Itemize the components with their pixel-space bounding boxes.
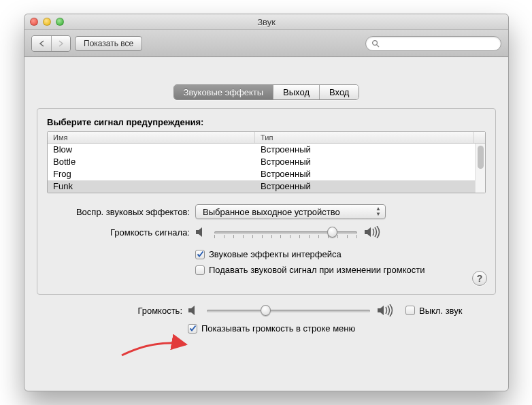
- svg-point-0: [373, 40, 378, 45]
- back-icon: [39, 40, 45, 47]
- checkbox-volume-feedback[interactable]: Подавать звуковой сигнал при изменении г…: [195, 265, 425, 275]
- search-input[interactable]: [382, 39, 495, 48]
- speaker-low-icon: [188, 305, 200, 316]
- search-field[interactable]: [365, 36, 501, 51]
- alert-volume-label: Громкость сигнала:: [47, 227, 195, 238]
- table-body: Blow Встроенный Bottle Встроенный Frog В…: [48, 144, 485, 193]
- column-name[interactable]: Имя: [48, 132, 255, 143]
- sound-effects-group: Выберите сигнал предупреждения: Имя Тип …: [37, 108, 496, 295]
- forward-button[interactable]: [51, 36, 70, 51]
- checkbox-label: Звуковые эффекты интерфейса: [209, 249, 342, 259]
- window-title: Звук: [24, 17, 508, 27]
- checkbox-box: [188, 324, 197, 334]
- cell-type: Встроенный: [255, 156, 474, 168]
- alert-volume-slider[interactable]: [214, 226, 357, 238]
- alert-heading: Выберите сигнал предупреждения:: [47, 117, 486, 127]
- checkbox-ui-sounds[interactable]: Звуковые эффекты интерфейса: [195, 249, 342, 259]
- output-volume-label: Громкость:: [39, 306, 188, 316]
- search-icon: [371, 39, 380, 48]
- play-through-popup[interactable]: Выбранное выходное устройство ▲▼: [195, 204, 386, 219]
- row-show-menu: Показывать громкость в строке меню: [39, 323, 493, 334]
- content: Звуковые эффекты Выход Вход Выберите сиг…: [24, 84, 508, 350]
- row-alert-volume: Громкость сигнала:: [47, 226, 486, 238]
- help-icon: ?: [477, 273, 483, 284]
- table-row[interactable]: Funk Встроенный: [48, 180, 485, 193]
- checkbox-box: [195, 250, 205, 259]
- toolbar: Показать все: [24, 30, 508, 57]
- play-through-value: Выбранное выходное устройство: [203, 207, 340, 217]
- table-row[interactable]: Frog Встроенный: [48, 168, 485, 180]
- slider-knob[interactable]: [261, 305, 271, 316]
- nav-buttons: [31, 35, 71, 52]
- cell-name: Bottle: [48, 156, 255, 168]
- tab-input[interactable]: Вход: [319, 85, 359, 99]
- scrollbar[interactable]: [475, 144, 485, 193]
- titlebar: Звук: [24, 14, 508, 30]
- checkbox-show-volume-menu[interactable]: Показывать громкость в строке меню: [188, 323, 355, 334]
- speaker-high-icon: [377, 304, 395, 317]
- preferences-window: Звук Показать все Звуковые эффекты Выход…: [24, 14, 509, 391]
- cell-type: Встроенный: [255, 144, 474, 156]
- cell-name: Blow: [48, 144, 255, 156]
- checkbox-box: [405, 306, 415, 315]
- cell-type: Встроенный: [255, 180, 474, 193]
- checkbox-mute[interactable]: Выкл. звук: [405, 306, 462, 316]
- annotation-arrow-icon: [118, 332, 193, 359]
- output-volume-slider[interactable]: [207, 304, 370, 317]
- checkbox-label: Подавать звуковой сигнал при изменении г…: [209, 265, 425, 275]
- table-header: Имя Тип: [48, 132, 485, 144]
- checkbox-label: Показывать громкость в строке меню: [201, 323, 355, 334]
- back-button[interactable]: [32, 36, 51, 51]
- checkbox-box: [195, 265, 205, 275]
- play-through-label: Воспр. звуковых эффектов:: [47, 207, 195, 217]
- table-row[interactable]: Bottle Встроенный: [48, 156, 485, 168]
- alert-sounds-table: Имя Тип Blow Встроенный Bottle Встроенны…: [47, 131, 486, 193]
- row-play-through: Воспр. звуковых эффектов: Выбранное выхо…: [47, 204, 486, 219]
- column-scroll: [474, 132, 485, 143]
- tab-output[interactable]: Выход: [273, 85, 319, 99]
- row-ui-sounds: Звуковые эффекты интерфейса Подавать зву…: [47, 249, 486, 275]
- help-button[interactable]: ?: [472, 271, 487, 286]
- cell-type: Встроенный: [255, 168, 474, 180]
- output-section: Громкость:: [37, 304, 496, 334]
- speaker-high-icon: [364, 226, 382, 238]
- show-all-button[interactable]: Показать все: [75, 36, 142, 51]
- svg-line-1: [377, 44, 379, 46]
- scrollbar-thumb[interactable]: [478, 146, 484, 169]
- column-type[interactable]: Тип: [255, 132, 474, 143]
- spacer: [24, 57, 508, 84]
- row-output-volume: Громкость:: [39, 304, 493, 317]
- slider-knob[interactable]: [327, 227, 337, 238]
- checkbox-label: Выкл. звук: [419, 306, 462, 316]
- speaker-low-icon: [195, 227, 207, 238]
- tab-sound-effects[interactable]: Звуковые эффекты: [174, 85, 273, 99]
- forward-icon: [58, 40, 64, 47]
- popup-arrows-icon: ▲▼: [376, 206, 381, 217]
- cell-name: Funk: [48, 180, 255, 193]
- table-row[interactable]: Blow Встроенный: [48, 144, 485, 156]
- cell-name: Frog: [48, 168, 255, 180]
- tab-bar: Звуковые эффекты Выход Вход: [37, 84, 496, 100]
